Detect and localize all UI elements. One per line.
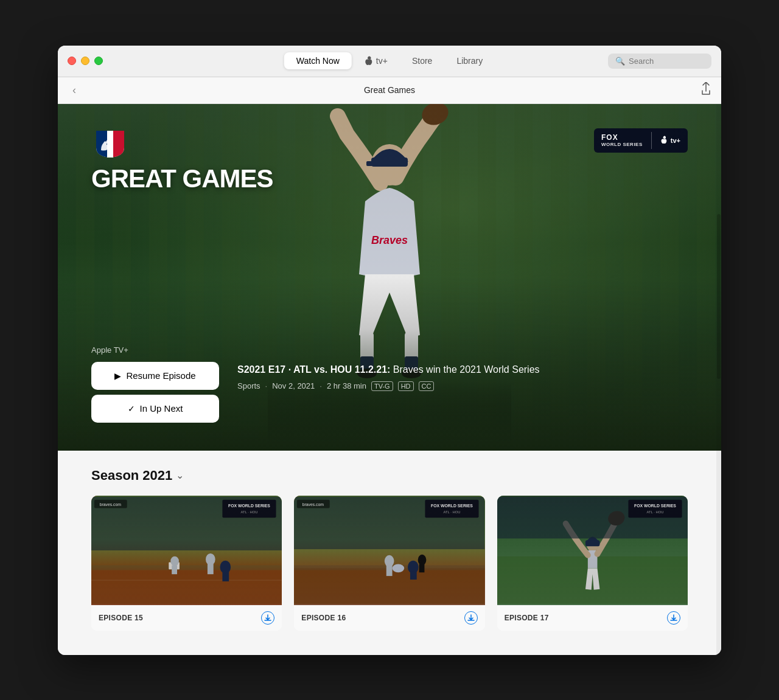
lower-section: Season 2021 ⌄: [58, 451, 721, 655]
episode-thumb-15: FOX WORLD SERIES ATL · HOU braves.com: [91, 496, 282, 605]
back-button[interactable]: ‹: [68, 81, 81, 99]
content-area: Braves: [58, 104, 721, 655]
episode-footer-15: EPISODE 15: [91, 605, 282, 631]
search-bar[interactable]: 🔍: [608, 54, 711, 69]
episode-number-15: EPISODE 15: [99, 614, 143, 622]
minimize-button[interactable]: [81, 57, 89, 65]
nav-tabs: Watch Now tv+ Store Library: [284, 52, 495, 70]
close-button[interactable]: [68, 57, 76, 65]
provider-label: Apple TV+: [91, 345, 688, 355]
episode-thumb-17: FOX WORLD SERIES ATL · HOU: [497, 496, 688, 605]
episode-card-15[interactable]: FOX WORLD SERIES ATL · HOU braves.com EP…: [91, 496, 282, 631]
season-header: Season 2021 ⌄: [91, 468, 688, 483]
search-icon: 🔍: [615, 57, 625, 66]
download-button-16[interactable]: [464, 611, 478, 625]
titlebar: Watch Now tv+ Store Library 🔍: [58, 46, 721, 77]
scrollbar-thumb[interactable]: [717, 214, 721, 379]
mlb-logo-area: GREAT GAMES: [91, 128, 273, 192]
app-window: Watch Now tv+ Store Library 🔍 ‹: [58, 46, 721, 655]
download-button-17[interactable]: [667, 611, 680, 625]
show-title: GREAT GAMES: [91, 166, 273, 192]
season-label: Season 2021: [91, 468, 172, 483]
episode-number-17: EPISODE 17: [505, 614, 549, 622]
traffic-lights: [68, 57, 103, 65]
apple-icon: [364, 55, 375, 66]
cc-badge: CC: [419, 381, 435, 391]
world-series-text: WORLD SERIES: [601, 142, 643, 147]
in-up-next-button[interactable]: ✓ In Up Next: [91, 395, 219, 423]
share-icon: [700, 82, 711, 95]
episode-number-16: EPISODE 16: [301, 614, 346, 622]
share-button[interactable]: [700, 82, 711, 98]
download-icon-17: [670, 614, 677, 622]
resume-episode-button[interactable]: ▶ Resume Episode: [91, 362, 219, 390]
episode-card-17[interactable]: FOX WORLD SERIES ATL · HOU EPISODE 17: [497, 496, 688, 631]
hero-section: Braves: [58, 104, 721, 451]
episodes-grid: FOX WORLD SERIES ATL · HOU braves.com EP…: [91, 496, 688, 631]
maximize-button[interactable]: [94, 57, 103, 65]
tab-watch-now[interactable]: Watch Now: [284, 52, 352, 69]
tab-store[interactable]: Store: [400, 52, 444, 69]
apple-icon-small: [660, 136, 669, 145]
episode-details: S2021 E17 · ATL vs. HOU 11.2.21: Braves …: [237, 362, 540, 391]
sub-header: ‹ Great Games: [58, 77, 721, 104]
rating-badge: TV-G: [371, 381, 393, 391]
fox-badge: FOX WORLD SERIES tv+: [594, 128, 688, 153]
episode-meta: Sports · Nov 2, 2021 · 2 hr 38 min TV-G …: [237, 381, 540, 391]
season-dropdown-button[interactable]: ⌄: [176, 470, 184, 481]
search-input[interactable]: [629, 57, 704, 66]
episode-card-16[interactable]: FOX WORLD SERIES ATL · HOU braves.com EP…: [294, 496, 484, 631]
download-icon-15: [264, 614, 271, 622]
apple-tv-logo: tv+: [660, 136, 680, 145]
page-title: Great Games: [364, 85, 415, 95]
hero-buttons: ▶ Resume Episode ✓ In Up Next: [91, 362, 219, 423]
hd-badge: HD: [398, 381, 414, 391]
tab-library[interactable]: Library: [444, 52, 495, 69]
download-icon-16: [467, 614, 475, 622]
hero-content: Apple TV+ ▶ Resume Episode ✓ In Up Next: [91, 345, 688, 451]
tab-apple-tv[interactable]: tv+: [352, 52, 400, 70]
scrollbar[interactable]: [716, 104, 721, 655]
episode-footer-17: EPISODE 17: [497, 605, 688, 631]
fox-logo-text: FOX: [601, 133, 618, 142]
mlb-logo: [91, 128, 129, 159]
episode-thumb-16: FOX WORLD SERIES ATL · HOU braves.com: [294, 496, 484, 605]
episode-title: S2021 E17 · ATL vs. HOU 11.2.21: Braves …: [237, 364, 540, 375]
download-button-15[interactable]: [261, 611, 274, 625]
episode-footer-16: EPISODE 16: [294, 605, 484, 631]
